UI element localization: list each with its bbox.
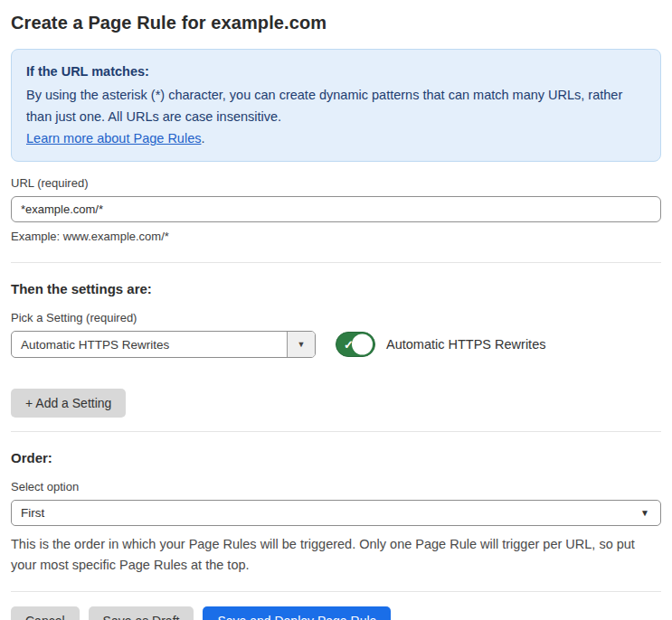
setting-row: Automatic HTTPS Rewrites ▼ ✓ Automatic H… [11, 331, 661, 358]
order-select-value: First [21, 506, 44, 520]
footer-actions: Cancel Save as Draft Save and Deploy Pag… [11, 606, 661, 620]
section-divider [11, 431, 661, 432]
setting-toggle[interactable]: ✓ [336, 332, 375, 357]
order-select-label: Select option [11, 480, 661, 493]
info-box-body: By using the asterisk (*) character, you… [26, 84, 623, 127]
setting-select-value: Automatic HTTPS Rewrites [12, 332, 287, 357]
setting-toggle-label: Automatic HTTPS Rewrites [386, 337, 545, 352]
cancel-button[interactable]: Cancel [11, 606, 80, 620]
setting-select-arrow-button[interactable]: ▼ [287, 332, 315, 357]
url-example-helper: Example: www.example.com/* [11, 230, 661, 243]
save-as-draft-button[interactable]: Save as Draft [89, 606, 194, 620]
order-section-heading: Order: [11, 450, 661, 465]
chevron-down-icon: ▼ [298, 341, 306, 349]
order-helper-text: This is the order in which your Page Rul… [11, 534, 661, 576]
learn-more-link[interactable]: Learn more about Page Rules [26, 131, 201, 146]
url-field-label: URL (required) [11, 176, 661, 190]
footer-divider [11, 591, 661, 592]
page-title: Create a Page Rule for example.com [11, 13, 661, 33]
toggle-knob [352, 334, 373, 355]
chevron-down-icon: ▼ [640, 509, 649, 518]
link-suffix: . [201, 131, 204, 146]
setting-select[interactable]: Automatic HTTPS Rewrites ▼ [11, 331, 316, 358]
section-divider [11, 262, 661, 263]
add-setting-button[interactable]: + Add a Setting [11, 389, 126, 418]
settings-section-heading: Then the settings are: [11, 281, 661, 296]
save-and-deploy-button[interactable]: Save and Deploy Page Rule [203, 606, 391, 620]
order-select[interactable]: First ▼ [11, 500, 661, 526]
url-matches-info-box: If the URL matches: By using the asteris… [11, 49, 661, 162]
pick-setting-label: Pick a Setting (required) [11, 311, 661, 324]
create-page-rule-form: Create a Page Rule for example.com If th… [0, 0, 672, 620]
url-input[interactable] [11, 196, 661, 222]
info-box-link-line: Learn more about Page Rules. [26, 127, 646, 149]
info-box-heading: If the URL matches: [26, 61, 646, 82]
